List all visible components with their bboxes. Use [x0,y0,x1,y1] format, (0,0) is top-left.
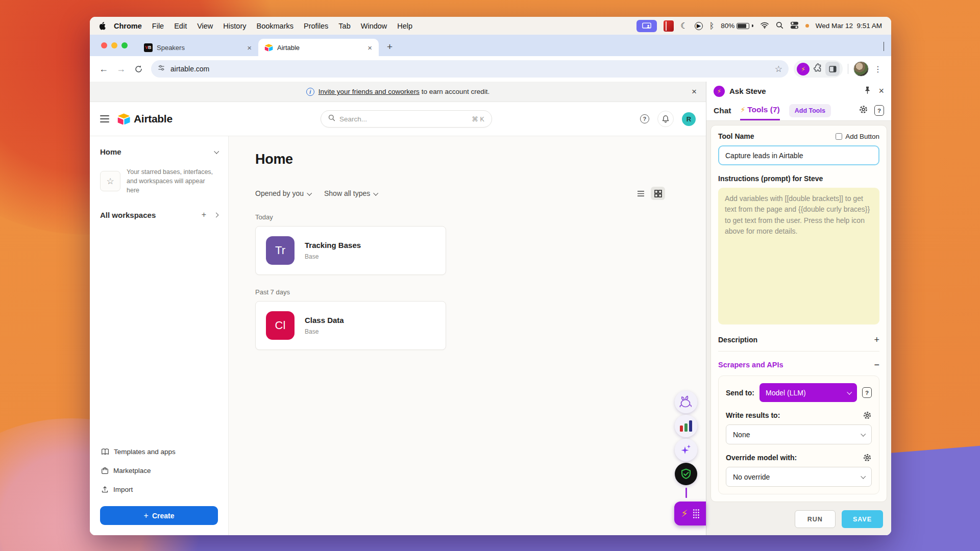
side-panel-toggle-icon[interactable] [825,62,840,76]
base-card-tracking-bases[interactable]: Tr Tracking Bases Base [255,226,446,275]
apple-logo-icon[interactable] [99,22,106,30]
menu-item-app[interactable]: Chrome [109,22,147,30]
panel-help-icon[interactable]: ? [874,105,884,116]
sidebar-item-marketplace[interactable]: Marketplace [100,462,218,479]
grid-view-button[interactable] [651,187,665,200]
address-bar[interactable]: airtable.com ☆ [151,60,789,78]
now-playing-icon[interactable]: ▶ [695,22,703,30]
sidebar-item-import[interactable]: Import [100,481,218,498]
opened-by-filter[interactable]: Opened by you [255,189,311,197]
sidebar-item-templates[interactable]: Templates and apps [100,443,218,460]
site-settings-icon[interactable] [157,64,165,74]
tab-search-icon[interactable] [884,42,884,51]
user-avatar[interactable]: R [682,112,696,126]
global-search[interactable]: ⌘ K [321,110,492,128]
menu-item-tab[interactable]: Tab [333,22,355,30]
pin-panel-icon[interactable] [864,86,871,96]
close-banner-icon[interactable]: × [692,87,697,97]
url-text[interactable]: airtable.com [170,65,770,73]
tab-tools[interactable]: ⚡ Tools (7) [740,101,779,120]
collapse-chevron-icon[interactable] [685,488,687,497]
tab-chat[interactable]: Chat [714,101,731,120]
menu-item-edit[interactable]: Edit [169,22,192,30]
extensions-puzzle-icon[interactable] [813,63,822,75]
close-tab-icon[interactable]: × [246,43,253,52]
forward-button[interactable]: → [113,61,129,77]
search-input[interactable] [339,115,468,123]
menu-item-bookmarks[interactable]: Bookmarks [251,22,299,30]
wifi-icon[interactable] [760,21,769,30]
airtable-header: Airtable ⌘ K ? R [90,102,706,136]
tab-speakers[interactable]: VB Speakers × [138,39,258,56]
menubar-clock[interactable]: Wed Mar 12 9:51 AM [816,22,882,30]
ask-steve-launcher[interactable]: ⚡ [674,502,706,525]
expand-description-icon[interactable]: + [874,335,879,344]
tab-airtable[interactable]: Airtable × [258,39,379,56]
panel-settings-gear-icon[interactable] [859,105,868,116]
sidebar-item-all-workspaces[interactable]: All workspaces + [100,210,218,219]
zoom-window-button[interactable] [121,42,128,48]
browser-menu-icon[interactable]: ⋮ [871,64,885,74]
override-model-select[interactable]: No override [726,467,872,487]
bookmark-star-icon[interactable]: ☆ [775,64,782,74]
invite-link[interactable]: Invite your friends and coworkers [318,88,420,95]
write-results-gear-icon[interactable] [863,411,872,420]
chart-extension-icon[interactable] [675,415,697,437]
bluetooth-icon[interactable]: ᛒ [709,22,715,30]
close-window-button[interactable] [101,42,107,48]
chevron-right-icon[interactable] [214,212,219,217]
spotlight-search-icon[interactable] [776,21,783,31]
control-center-icon[interactable] [790,21,799,31]
close-tab-icon[interactable]: × [366,43,374,52]
show-types-filter[interactable]: Show all types [324,189,377,197]
sidebar-item-home[interactable]: Home [100,147,218,156]
back-button[interactable]: ← [96,61,111,77]
search-icon [328,114,335,123]
tool-name-label: Tool Name [718,132,754,140]
shield-extension-icon[interactable] [675,463,697,485]
tab-strip: VB Speakers × Airtable × + [90,35,891,56]
send-to-select[interactable]: Model (LLM) [760,383,857,402]
scrapers-settings: Send to: Model (LLM) ? Write results to: [718,375,879,494]
send-to-help-icon[interactable]: ? [862,387,872,398]
create-button[interactable]: + Create [100,506,218,525]
notifications-bell-icon[interactable] [657,111,674,127]
hamburger-menu-icon[interactable] [100,115,109,122]
screen-sharing-icon[interactable] [636,20,657,32]
menu-item-help[interactable]: Help [392,22,418,30]
menubar-red-app-icon[interactable] [664,20,674,32]
close-panel-icon[interactable]: × [878,86,884,96]
add-workspace-icon[interactable]: + [202,210,206,219]
help-icon[interactable]: ? [640,114,649,123]
add-tools-button[interactable]: Add Tools [789,104,831,117]
drag-handle-icon[interactable] [693,509,699,518]
menu-item-history[interactable]: History [218,22,251,30]
base-type: Base [305,253,361,260]
sparkles-extension-icon[interactable] [675,439,697,461]
menu-item-view[interactable]: View [192,22,218,30]
add-button-checkbox[interactable] [836,133,842,140]
menu-item-window[interactable]: Window [356,22,393,30]
run-button[interactable]: RUN [795,510,836,528]
rabbit-extension-icon[interactable] [675,391,697,413]
new-tab-button[interactable]: + [384,41,396,53]
collapse-scrapers-icon[interactable]: − [874,360,879,369]
list-view-button[interactable] [633,187,648,200]
base-card-class-data[interactable]: Cl Class Data Base [255,301,446,350]
save-button[interactable]: SAVE [842,510,883,528]
window-controls[interactable] [101,35,128,56]
minimize-window-button[interactable] [111,42,117,48]
focus-moon-icon[interactable]: ☾ [680,22,688,30]
airtable-logo[interactable]: Airtable [117,113,173,125]
battery-indicator[interactable]: 80% [721,22,753,30]
profile-avatar[interactable] [853,61,869,77]
tool-name-input[interactable] [718,145,879,165]
add-button-option[interactable]: Add Button [836,133,879,140]
ask-steve-extension-icon[interactable]: ⚡ [797,63,810,76]
menu-item-file[interactable]: File [147,22,169,30]
menu-item-profiles[interactable]: Profiles [299,22,333,30]
write-results-select[interactable]: None [726,424,872,444]
instructions-textarea[interactable] [718,188,879,324]
reload-button[interactable] [131,61,146,77]
override-model-gear-icon[interactable] [863,453,872,462]
